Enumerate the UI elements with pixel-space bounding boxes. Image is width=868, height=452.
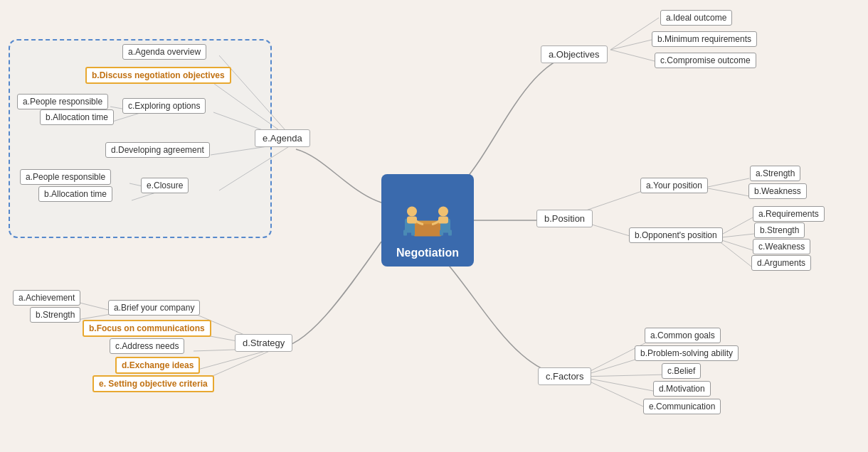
node-your-pos: a.Your position <box>640 178 708 193</box>
svg-rect-36 <box>411 230 415 236</box>
svg-point-40 <box>407 207 417 217</box>
node-motivation: d.Motivation <box>653 381 711 397</box>
node-alloc-time2: b.Allocation time <box>38 186 112 202</box>
svg-line-13 <box>579 375 667 377</box>
node-address-needs: c.Address needs <box>110 338 184 354</box>
svg-line-2 <box>610 50 657 62</box>
node-position: b.Position <box>536 210 593 227</box>
node-people-resp1: a.People responsible <box>17 94 108 109</box>
svg-line-14 <box>579 377 660 392</box>
node-people-resp2: a.People responsible <box>20 169 111 185</box>
node-communication: e.Communication <box>643 399 721 414</box>
node-min-req: b.Minimum requirements <box>652 31 757 47</box>
node-exploring: c.Exploring options <box>122 98 206 114</box>
node-problem-solving: b.Problem-solving ability <box>635 345 739 361</box>
node-strength2: b.Strength <box>754 222 805 238</box>
svg-line-5 <box>704 178 749 188</box>
node-opp-pos: b.Opponent's position <box>629 227 723 243</box>
node-factors: c.Factors <box>538 367 591 385</box>
node-strength1: a.Strength <box>750 166 800 181</box>
node-weakness1: b.Weakness <box>748 183 807 199</box>
svg-point-42 <box>438 207 448 217</box>
node-brief-company: a.Brief your company <box>108 300 200 316</box>
node-agenda-overview: a.Agenda overview <box>122 44 206 60</box>
node-focus-comm: b.Focus on communications <box>83 320 211 337</box>
svg-rect-38 <box>440 230 443 236</box>
node-setting-obj: e. Setting objective criteria <box>92 375 214 392</box>
center-label: Negotiation <box>396 247 459 259</box>
node-developing: d.Developing agreement <box>105 142 210 158</box>
svg-line-1 <box>610 40 652 50</box>
node-agenda: e.Agenda <box>255 129 310 147</box>
node-achievement: a.Achievement <box>13 290 80 306</box>
node-arguments: d.Arguments <box>751 255 811 271</box>
node-requirements: a.Requirements <box>753 206 825 222</box>
node-belief: c.Belief <box>662 363 701 379</box>
node-alloc-time1: b.Allocation time <box>40 109 114 125</box>
node-compromise: c.Compromise outcome <box>655 53 756 68</box>
svg-line-6 <box>704 188 749 196</box>
node-ideal-outcome: a.Ideal outcome <box>660 10 732 26</box>
node-strategy: d.Strategy <box>235 334 292 352</box>
svg-rect-39 <box>448 230 452 236</box>
node-closure: e.Closure <box>141 178 189 193</box>
node-common-goals: a.Common goals <box>645 328 721 343</box>
svg-rect-35 <box>403 230 407 236</box>
node-exchange-ideas: d.Exchange ideas <box>115 357 200 374</box>
center-node: Negotiation <box>381 174 474 267</box>
node-objectives: a.Objectives <box>541 45 608 63</box>
node-weakness2: c.Weakness <box>753 239 810 254</box>
node-discuss-neg: b.Discuss negotiation objectives <box>85 67 231 84</box>
node-bstrength: b.Strength <box>30 307 80 323</box>
